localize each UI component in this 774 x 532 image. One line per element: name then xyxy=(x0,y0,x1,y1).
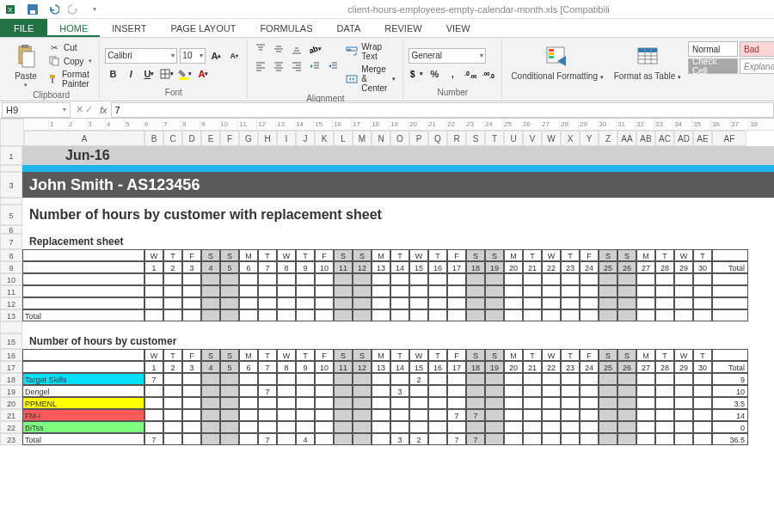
data-cell[interactable] xyxy=(655,297,674,309)
data-cell[interactable] xyxy=(372,397,390,409)
col-header[interactable]: E xyxy=(201,131,220,146)
data-cell[interactable] xyxy=(599,297,617,309)
align-right-button[interactable] xyxy=(289,58,304,74)
data-cell[interactable] xyxy=(599,421,617,433)
data-cell[interactable] xyxy=(636,273,655,285)
data-cell[interactable] xyxy=(542,273,561,285)
data-cell[interactable] xyxy=(636,397,655,409)
row-header[interactable]: 8 xyxy=(0,249,22,261)
data-cell[interactable]: 7 xyxy=(258,433,277,445)
col-header[interactable]: N xyxy=(372,131,390,146)
data-cell[interactable] xyxy=(182,273,201,285)
data-cell[interactable] xyxy=(353,285,372,297)
row-header[interactable]: 6 xyxy=(0,225,22,234)
data-cell[interactable] xyxy=(504,273,523,285)
data-cell[interactable] xyxy=(504,421,523,433)
data-cell[interactable] xyxy=(372,309,390,321)
data-cell[interactable] xyxy=(353,309,372,321)
data-cell[interactable] xyxy=(390,421,409,433)
row-header[interactable]: 20 xyxy=(0,397,22,409)
data-cell[interactable] xyxy=(674,421,693,433)
row-header[interactable] xyxy=(0,198,22,205)
data-cell[interactable] xyxy=(163,373,182,385)
data-cell[interactable] xyxy=(182,409,201,421)
data-cell[interactable] xyxy=(315,273,334,285)
col-header[interactable]: X xyxy=(561,131,580,146)
data-cell[interactable] xyxy=(561,309,580,321)
data-cell[interactable] xyxy=(655,309,674,321)
data-cell[interactable] xyxy=(447,421,466,433)
data-cell[interactable] xyxy=(390,373,409,385)
data-cell[interactable] xyxy=(390,297,409,309)
data-cell[interactable] xyxy=(277,409,296,421)
data-cell[interactable] xyxy=(485,373,504,385)
data-cell[interactable] xyxy=(353,433,372,445)
align-center-button[interactable] xyxy=(271,58,286,74)
grow-font-button[interactable]: A▴ xyxy=(208,48,224,64)
data-cell[interactable] xyxy=(277,273,296,285)
data-cell[interactable] xyxy=(315,433,334,445)
data-cell[interactable] xyxy=(693,385,712,397)
data-cell[interactable] xyxy=(239,385,258,397)
data-cell[interactable] xyxy=(144,385,163,397)
align-left-button[interactable] xyxy=(253,58,268,74)
data-cell[interactable] xyxy=(409,385,428,397)
data-cell[interactable] xyxy=(372,297,390,309)
data-cell[interactable] xyxy=(372,409,390,421)
data-cell[interactable] xyxy=(485,273,504,285)
data-cell[interactable] xyxy=(409,285,428,297)
accounting-format-button[interactable]: $▾ xyxy=(408,66,424,82)
tab-formulas[interactable]: FORMULAS xyxy=(248,19,324,37)
data-cell[interactable] xyxy=(163,397,182,409)
data-cell[interactable] xyxy=(201,385,220,397)
data-cell[interactable] xyxy=(674,397,693,409)
data-cell[interactable] xyxy=(599,309,617,321)
number-format-select[interactable]: General▾ xyxy=(408,48,486,64)
data-cell[interactable] xyxy=(466,273,485,285)
col-header[interactable]: V xyxy=(523,131,542,146)
italic-button[interactable]: I xyxy=(123,66,138,82)
data-cell[interactable] xyxy=(315,285,334,297)
data-cell[interactable] xyxy=(372,285,390,297)
data-cell[interactable] xyxy=(617,385,636,397)
decrease-indent-button[interactable] xyxy=(307,58,322,74)
tab-review[interactable]: REVIEW xyxy=(372,19,433,37)
data-cell[interactable] xyxy=(617,297,636,309)
data-cell[interactable] xyxy=(466,285,485,297)
percent-button[interactable]: % xyxy=(427,66,442,82)
data-cell[interactable] xyxy=(201,373,220,385)
data-cell[interactable] xyxy=(390,409,409,421)
name-box[interactable]: H9▾ xyxy=(2,102,71,118)
data-cell[interactable] xyxy=(674,309,693,321)
data-cell[interactable] xyxy=(334,385,353,397)
row-header[interactable]: 7 xyxy=(0,234,22,249)
data-cell[interactable] xyxy=(542,433,561,445)
orientation-button[interactable]: ab▾ xyxy=(307,41,322,57)
data-cell[interactable] xyxy=(372,421,390,433)
col-header[interactable]: AD xyxy=(674,131,693,146)
data-cell[interactable] xyxy=(201,421,220,433)
data-cell[interactable] xyxy=(561,433,580,445)
data-cell[interactable] xyxy=(315,373,334,385)
data-cell[interactable] xyxy=(239,373,258,385)
data-cell[interactable] xyxy=(334,309,353,321)
data-cell[interactable] xyxy=(315,309,334,321)
align-middle-button[interactable] xyxy=(271,41,286,57)
data-cell[interactable] xyxy=(599,285,617,297)
data-cell[interactable] xyxy=(542,373,561,385)
data-cell[interactable] xyxy=(315,409,334,421)
data-cell[interactable] xyxy=(334,421,353,433)
data-cell[interactable] xyxy=(315,397,334,409)
data-cell[interactable] xyxy=(428,285,447,297)
format-painter-button[interactable]: Format Painter xyxy=(46,69,94,89)
data-cell[interactable] xyxy=(353,373,372,385)
data-cell[interactable] xyxy=(447,385,466,397)
data-cell[interactable] xyxy=(693,433,712,445)
data-cell[interactable] xyxy=(220,397,239,409)
data-cell[interactable]: 7 xyxy=(447,409,466,421)
col-header[interactable]: F xyxy=(220,131,239,146)
data-cell[interactable] xyxy=(523,433,542,445)
data-cell[interactable] xyxy=(258,421,277,433)
data-cell[interactable] xyxy=(580,373,599,385)
data-cell[interactable] xyxy=(353,409,372,421)
